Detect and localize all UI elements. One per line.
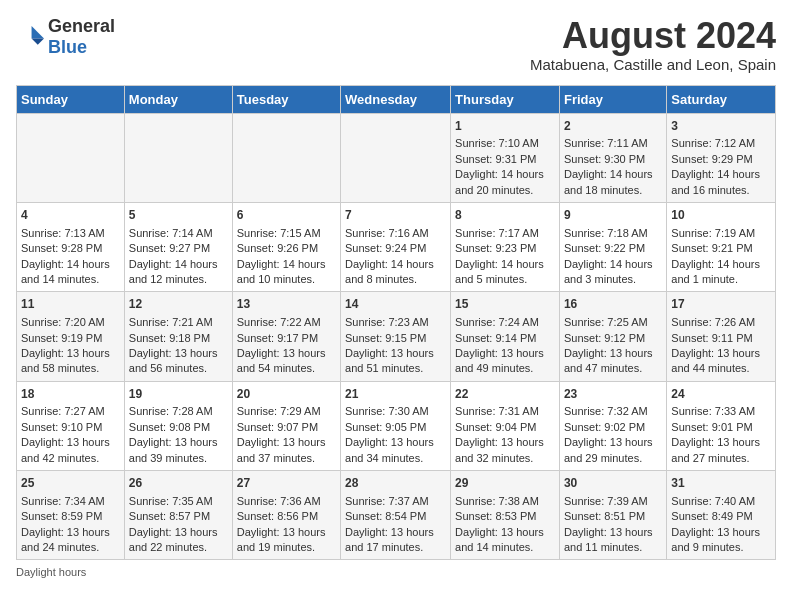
day-info: Sunset: 9:12 PM bbox=[564, 331, 662, 346]
day-info: Sunset: 9:07 PM bbox=[237, 420, 336, 435]
day-info: Daylight: 13 hours and 17 minutes. bbox=[345, 525, 446, 556]
day-info: Sunset: 9:01 PM bbox=[671, 420, 771, 435]
svg-marker-0 bbox=[32, 26, 44, 38]
calendar-cell: 21Sunrise: 7:30 AMSunset: 9:05 PMDayligh… bbox=[341, 381, 451, 470]
day-info: Daylight: 13 hours and 44 minutes. bbox=[671, 346, 771, 377]
day-info: Sunrise: 7:38 AM bbox=[455, 494, 555, 509]
day-number: 10 bbox=[671, 207, 771, 224]
calendar-cell: 23Sunrise: 7:32 AMSunset: 9:02 PMDayligh… bbox=[559, 381, 666, 470]
day-info: Sunset: 8:54 PM bbox=[345, 509, 446, 524]
day-info: Sunset: 9:27 PM bbox=[129, 241, 228, 256]
calendar-week-5: 25Sunrise: 7:34 AMSunset: 8:59 PMDayligh… bbox=[17, 471, 776, 560]
calendar-cell: 5Sunrise: 7:14 AMSunset: 9:27 PMDaylight… bbox=[124, 202, 232, 291]
day-number: 20 bbox=[237, 386, 336, 403]
day-number: 8 bbox=[455, 207, 555, 224]
day-info: Daylight: 14 hours and 16 minutes. bbox=[671, 167, 771, 198]
calendar-cell: 12Sunrise: 7:21 AMSunset: 9:18 PMDayligh… bbox=[124, 292, 232, 381]
calendar-cell: 13Sunrise: 7:22 AMSunset: 9:17 PMDayligh… bbox=[232, 292, 340, 381]
day-info: Sunrise: 7:18 AM bbox=[564, 226, 662, 241]
day-info: Sunset: 9:11 PM bbox=[671, 331, 771, 346]
calendar-cell: 1Sunrise: 7:10 AMSunset: 9:31 PMDaylight… bbox=[451, 113, 560, 202]
day-info: Sunrise: 7:36 AM bbox=[237, 494, 336, 509]
day-number: 16 bbox=[564, 296, 662, 313]
day-number: 27 bbox=[237, 475, 336, 492]
day-info: Daylight: 14 hours and 18 minutes. bbox=[564, 167, 662, 198]
day-info: Sunrise: 7:13 AM bbox=[21, 226, 120, 241]
day-info: Sunrise: 7:23 AM bbox=[345, 315, 446, 330]
day-info: Sunset: 9:29 PM bbox=[671, 152, 771, 167]
day-number: 9 bbox=[564, 207, 662, 224]
day-info: Sunrise: 7:39 AM bbox=[564, 494, 662, 509]
subtitle: Matabuena, Castille and Leon, Spain bbox=[530, 56, 776, 73]
calendar: SundayMondayTuesdayWednesdayThursdayFrid… bbox=[16, 85, 776, 561]
day-number: 1 bbox=[455, 118, 555, 135]
day-info: Daylight: 14 hours and 3 minutes. bbox=[564, 257, 662, 288]
day-number: 5 bbox=[129, 207, 228, 224]
day-number: 23 bbox=[564, 386, 662, 403]
day-number: 19 bbox=[129, 386, 228, 403]
day-info: Daylight: 13 hours and 14 minutes. bbox=[455, 525, 555, 556]
calendar-cell: 11Sunrise: 7:20 AMSunset: 9:19 PMDayligh… bbox=[17, 292, 125, 381]
day-info: Sunrise: 7:26 AM bbox=[671, 315, 771, 330]
day-number: 11 bbox=[21, 296, 120, 313]
day-info: Daylight: 13 hours and 49 minutes. bbox=[455, 346, 555, 377]
calendar-cell: 28Sunrise: 7:37 AMSunset: 8:54 PMDayligh… bbox=[341, 471, 451, 560]
day-number: 31 bbox=[671, 475, 771, 492]
day-info: Sunset: 9:31 PM bbox=[455, 152, 555, 167]
day-number: 3 bbox=[671, 118, 771, 135]
calendar-header-row: SundayMondayTuesdayWednesdayThursdayFrid… bbox=[17, 85, 776, 113]
day-info: Sunset: 8:49 PM bbox=[671, 509, 771, 524]
day-info: Sunrise: 7:16 AM bbox=[345, 226, 446, 241]
calendar-cell: 18Sunrise: 7:27 AMSunset: 9:10 PMDayligh… bbox=[17, 381, 125, 470]
calendar-cell bbox=[341, 113, 451, 202]
day-info: Sunset: 9:17 PM bbox=[237, 331, 336, 346]
calendar-cell: 29Sunrise: 7:38 AMSunset: 8:53 PMDayligh… bbox=[451, 471, 560, 560]
calendar-cell: 14Sunrise: 7:23 AMSunset: 9:15 PMDayligh… bbox=[341, 292, 451, 381]
calendar-cell: 2Sunrise: 7:11 AMSunset: 9:30 PMDaylight… bbox=[559, 113, 666, 202]
day-info: Daylight: 13 hours and 27 minutes. bbox=[671, 435, 771, 466]
calendar-cell: 27Sunrise: 7:36 AMSunset: 8:56 PMDayligh… bbox=[232, 471, 340, 560]
day-info: Daylight: 14 hours and 1 minute. bbox=[671, 257, 771, 288]
svg-marker-1 bbox=[32, 39, 44, 45]
day-info: Sunset: 9:30 PM bbox=[564, 152, 662, 167]
main-title: August 2024 bbox=[530, 16, 776, 56]
day-info: Sunrise: 7:21 AM bbox=[129, 315, 228, 330]
calendar-cell: 3Sunrise: 7:12 AMSunset: 9:29 PMDaylight… bbox=[667, 113, 776, 202]
day-info: Sunset: 9:08 PM bbox=[129, 420, 228, 435]
day-info: Sunset: 9:14 PM bbox=[455, 331, 555, 346]
calendar-cell bbox=[17, 113, 125, 202]
calendar-cell: 30Sunrise: 7:39 AMSunset: 8:51 PMDayligh… bbox=[559, 471, 666, 560]
calendar-cell: 19Sunrise: 7:28 AMSunset: 9:08 PMDayligh… bbox=[124, 381, 232, 470]
day-number: 13 bbox=[237, 296, 336, 313]
day-info: Sunset: 9:02 PM bbox=[564, 420, 662, 435]
logo: General Blue bbox=[16, 16, 115, 58]
day-info: Sunrise: 7:28 AM bbox=[129, 404, 228, 419]
day-info: Daylight: 14 hours and 12 minutes. bbox=[129, 257, 228, 288]
day-info: Daylight: 13 hours and 37 minutes. bbox=[237, 435, 336, 466]
day-number: 22 bbox=[455, 386, 555, 403]
day-info: Daylight: 13 hours and 51 minutes. bbox=[345, 346, 446, 377]
logo-general: General bbox=[48, 16, 115, 36]
calendar-cell: 17Sunrise: 7:26 AMSunset: 9:11 PMDayligh… bbox=[667, 292, 776, 381]
day-info: Sunset: 9:22 PM bbox=[564, 241, 662, 256]
day-info: Sunset: 9:21 PM bbox=[671, 241, 771, 256]
day-info: Sunset: 8:57 PM bbox=[129, 509, 228, 524]
day-number: 7 bbox=[345, 207, 446, 224]
calendar-week-3: 11Sunrise: 7:20 AMSunset: 9:19 PMDayligh… bbox=[17, 292, 776, 381]
calendar-cell: 10Sunrise: 7:19 AMSunset: 9:21 PMDayligh… bbox=[667, 202, 776, 291]
day-info: Sunrise: 7:17 AM bbox=[455, 226, 555, 241]
day-number: 24 bbox=[671, 386, 771, 403]
day-info: Daylight: 13 hours and 9 minutes. bbox=[671, 525, 771, 556]
calendar-cell: 4Sunrise: 7:13 AMSunset: 9:28 PMDaylight… bbox=[17, 202, 125, 291]
day-info: Daylight: 13 hours and 34 minutes. bbox=[345, 435, 446, 466]
day-info: Daylight: 13 hours and 22 minutes. bbox=[129, 525, 228, 556]
day-info: Sunrise: 7:15 AM bbox=[237, 226, 336, 241]
calendar-cell: 15Sunrise: 7:24 AMSunset: 9:14 PMDayligh… bbox=[451, 292, 560, 381]
day-info: Daylight: 13 hours and 39 minutes. bbox=[129, 435, 228, 466]
day-number: 15 bbox=[455, 296, 555, 313]
day-info: Sunrise: 7:11 AM bbox=[564, 136, 662, 151]
day-info: Sunrise: 7:22 AM bbox=[237, 315, 336, 330]
day-info: Sunrise: 7:14 AM bbox=[129, 226, 228, 241]
day-number: 6 bbox=[237, 207, 336, 224]
calendar-cell: 22Sunrise: 7:31 AMSunset: 9:04 PMDayligh… bbox=[451, 381, 560, 470]
